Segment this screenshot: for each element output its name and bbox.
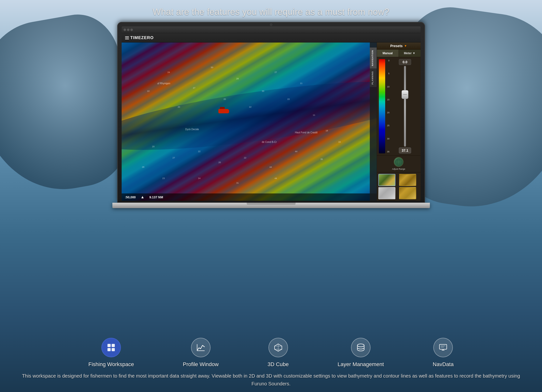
laptop-container: TIMEZERO uf Rhynigen (117, 22, 425, 208)
tick-25: 25 (387, 125, 390, 127)
description-area: This workspace is designed for fishermen… (20, 372, 522, 388)
laptop-screen: TIMEZERO uf Rhynigen (117, 22, 425, 203)
svg-rect-5 (112, 344, 115, 347)
map-scale: :50,000 (125, 195, 136, 199)
globe-area: Adjust Range (377, 155, 421, 172)
map-bottom-bar: :50,000 ▲ 9.137 NM (122, 193, 377, 201)
feature-navdata[interactable]: NavData (433, 338, 454, 368)
profile-window-label: Profile Window (183, 361, 219, 368)
panel-buttons-row: Manual Meter ▼ (377, 50, 421, 57)
feature-profile-window[interactable]: Profile Window (183, 338, 219, 368)
presets-header: Presets ▼ (377, 42, 421, 50)
slider-track (404, 66, 406, 147)
laptop-hinge (247, 203, 296, 205)
meter-button[interactable]: Meter ▼ (399, 50, 421, 57)
globe-icon[interactable] (394, 157, 404, 167)
display-icon (438, 343, 448, 352)
app-logo: TIMEZERO (125, 35, 154, 40)
depth-ticks: 0 5 10 15 20 25 30 35 (387, 59, 390, 153)
manual-button[interactable]: Manual (377, 50, 399, 57)
map-thumb-4[interactable] (399, 187, 416, 199)
fishing-workspace-icon-circle[interactable] (101, 338, 121, 357)
3d-cube-icon-circle[interactable] (268, 338, 288, 357)
feature-3d-cube[interactable]: 3D Cube (267, 338, 289, 368)
max-btn[interactable] (130, 29, 133, 31)
bottom-feature-bar: Fishing Workspace Profile Window 3D Cube (0, 338, 542, 368)
map-thumbnails (377, 172, 421, 201)
depth-slider[interactable] (402, 66, 408, 147)
app-header: TIMEZERO (122, 33, 421, 42)
boat-marker (218, 109, 229, 114)
navdata-icon-circle[interactable] (433, 338, 453, 357)
nav-tab-planning[interactable]: PLANNING (370, 68, 377, 87)
map-thumb-2[interactable] (399, 174, 416, 186)
webcam (270, 23, 272, 26)
map-thumb-1[interactable] (378, 174, 395, 186)
screen-inner: TIMEZERO uf Rhynigen (122, 26, 421, 201)
svg-rect-7 (112, 348, 115, 351)
map-compass: ▲ (141, 195, 145, 199)
title-bar (122, 26, 421, 33)
feature-layer-management[interactable]: Layer Management (338, 338, 384, 368)
svg-point-14 (357, 344, 364, 347)
svg-rect-4 (107, 344, 111, 347)
close-btn[interactable] (124, 29, 126, 31)
tick-0: 0 (387, 60, 390, 62)
slider-thumb[interactable] (402, 90, 408, 99)
header-question: What are the features you will require a… (0, 7, 542, 17)
laptop-base (112, 203, 430, 208)
layer-management-icon-circle[interactable] (351, 338, 371, 357)
tick-35: 35 (387, 151, 390, 153)
grid-icon (106, 343, 116, 352)
side-navigation: NAVIGATION PLANNING (370, 42, 377, 201)
profile-window-icon-circle[interactable] (191, 338, 211, 357)
svg-rect-6 (107, 348, 111, 351)
navdata-label: NavData (433, 361, 454, 368)
app-content: uf Rhynigen Dyck Decide Haut Fond de Cra… (122, 42, 421, 201)
description-text: This workspace is designed for fishermen… (20, 372, 522, 388)
tick-15: 15 (387, 99, 390, 101)
depth-color-bar (379, 59, 385, 153)
gauge-right: 0.0 37.1 (392, 59, 419, 153)
app-name: TIMEZERO (130, 35, 154, 40)
feature-fishing-workspace[interactable]: Fishing Workspace (88, 338, 134, 368)
presets-dropdown-arrow[interactable]: ▼ (404, 44, 407, 48)
map-thumb-3[interactable] (378, 187, 395, 199)
map-distance: 9.137 NM (149, 195, 163, 199)
menu-icon[interactable] (125, 36, 129, 39)
tick-10: 10 (387, 86, 390, 88)
tick-5: 5 (387, 73, 390, 75)
depth-gauge-area: 0 5 10 15 20 25 30 35 0.0 (377, 57, 421, 155)
layer-management-label: Layer Management (338, 361, 384, 368)
3d-cube-label: 3D Cube (267, 361, 289, 368)
tick-20: 20 (387, 112, 390, 114)
cube-icon (274, 343, 283, 352)
map-area[interactable]: uf Rhynigen Dyck Decide Haut Fond de Cra… (122, 42, 377, 201)
adjust-range-label: Adjust Range (392, 167, 406, 171)
color-bar-container (379, 59, 385, 153)
nav-tab-navigation[interactable]: NAVIGATION (370, 47, 377, 68)
depth-bottom-value: 37.1 (399, 148, 411, 153)
svg-rect-17 (439, 344, 447, 349)
min-btn[interactable] (127, 29, 129, 31)
presets-title: Presets (390, 44, 403, 48)
map-canvas: uf Rhynigen Dyck Decide Haut Fond de Cra… (122, 42, 377, 201)
timezero-app: TIMEZERO uf Rhynigen (122, 26, 421, 201)
chart-icon (196, 343, 205, 352)
layers-icon (356, 343, 365, 352)
boat-body (218, 109, 229, 113)
fishing-workspace-label: Fishing Workspace (88, 361, 134, 368)
right-panel: Presets ▼ Manual Meter ▼ (377, 42, 421, 201)
tick-30: 30 (387, 138, 390, 140)
depth-top-value: 0.0 (399, 59, 411, 65)
